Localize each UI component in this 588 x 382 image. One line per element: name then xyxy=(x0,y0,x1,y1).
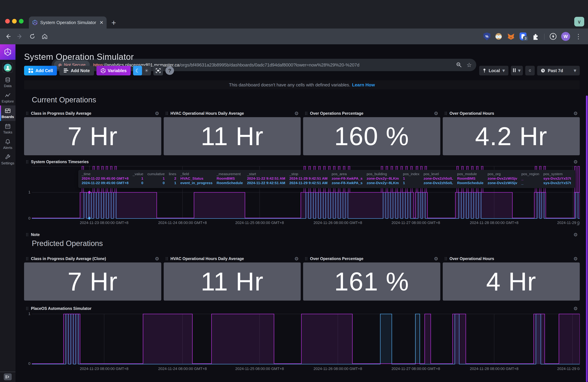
energy-leaf-extension-icon[interactable] xyxy=(549,32,558,41)
stat-cell-title: Over Operational Hours xyxy=(450,111,571,116)
cell-gear-icon[interactable]: ⚙ xyxy=(294,111,299,116)
refresh-icon xyxy=(529,68,531,73)
tooltip-column-header: cumulative xyxy=(147,172,165,176)
tooltip-value: RoomBMS xyxy=(457,176,483,181)
person-glasses-extension-icon[interactable] xyxy=(494,32,503,41)
drag-handle-icon[interactable] xyxy=(445,257,447,260)
tooltip-column-header: _field xyxy=(180,172,212,176)
new-tab-button[interactable]: + xyxy=(111,19,116,26)
drag-handle-icon[interactable] xyxy=(26,160,29,163)
y-axis-tick: 0 xyxy=(26,361,30,366)
refresh-button[interactable] xyxy=(525,66,535,76)
timeseries-plot[interactable]: _time2024-11-22 09:45:00 GMT+82024-11-22… xyxy=(32,166,580,219)
add-cell-button[interactable]: Add Cell xyxy=(24,66,57,76)
drag-handle-icon[interactable] xyxy=(166,112,168,115)
percent-shield-extension-icon[interactable]: % xyxy=(483,32,491,41)
profile-avatar[interactable]: W xyxy=(561,32,570,41)
zoom-window-button[interactable] xyxy=(19,19,23,23)
tooltip-column: pos_areazone-F8-XwkPA_szone-F8-XwkPA_s xyxy=(332,172,362,186)
variables-button[interactable]: Variables xyxy=(96,66,131,76)
close-window-button[interactable] xyxy=(5,19,10,23)
stat-cell-title: Over Operations Percentage xyxy=(310,111,431,116)
stat-value: 4.2 Hr xyxy=(475,121,547,151)
tooltip-column: cumulative10 xyxy=(147,172,165,186)
home-icon[interactable] xyxy=(41,33,48,40)
browser-tab[interactable]: System Operation Simulator | ✕ xyxy=(29,17,106,29)
drag-handle-icon[interactable] xyxy=(305,112,308,115)
help-button[interactable]: ? xyxy=(165,66,174,75)
drag-handle-icon[interactable] xyxy=(26,307,29,310)
tab-close-icon[interactable]: ✕ xyxy=(100,20,104,25)
dark-mode-moon-icon[interactable]: ☾ xyxy=(133,66,142,76)
drag-handle-icon[interactable] xyxy=(26,112,29,115)
extensions-puzzle-icon[interactable] xyxy=(531,32,540,41)
pause-refresh-button[interactable]: ▼ xyxy=(511,66,523,76)
cell-gear-icon[interactable]: ⚙ xyxy=(573,232,578,238)
tooltip-column-header: pos_area xyxy=(332,172,362,176)
tooltip-column: _time2024-11-22 09:45:00 GMT+82024-11-22… xyxy=(82,172,129,186)
tooltip-column-header: _value xyxy=(133,172,143,176)
automations-plot[interactable]: 01 xyxy=(32,312,580,365)
cell-gear-icon[interactable]: ⚙ xyxy=(573,159,578,165)
rail-divider xyxy=(0,372,16,372)
back-icon[interactable] xyxy=(4,33,12,40)
window-chevron-button[interactable]: ∨ xyxy=(574,17,584,26)
cell-gear-icon[interactable]: ⚙ xyxy=(573,256,578,262)
x-axis-tick: 2024-11-27 08:00:00 GMT+8 xyxy=(392,221,440,225)
timezone-dropdown[interactable]: Local ▼ xyxy=(479,66,508,76)
sidebar-item-data[interactable]: Data xyxy=(0,75,16,90)
presentation-mode-button[interactable] xyxy=(153,66,163,76)
influxdb-logo[interactable] xyxy=(0,44,16,60)
cell-gear-icon[interactable]: ⚙ xyxy=(155,256,159,262)
x-axis-tick: 2024-11-24 08:00:00 GMT+8 xyxy=(158,366,207,371)
browser-menu-icon[interactable]: ⋮ xyxy=(574,32,583,41)
sidebar-item-tasks[interactable]: Tasks xyxy=(0,121,16,136)
cell-gear-icon[interactable]: ⚙ xyxy=(434,111,438,116)
cell-gear-icon[interactable]: ⚙ xyxy=(573,306,578,311)
sidebar-item-settings[interactable]: Settings xyxy=(0,152,16,167)
wrench-icon xyxy=(5,154,11,160)
drag-handle-icon[interactable] xyxy=(26,257,29,260)
time-range-dropdown[interactable]: Past 7d ▼ xyxy=(537,66,580,76)
drag-handle-icon[interactable] xyxy=(26,233,29,236)
tooltip-value: 0 xyxy=(133,181,143,185)
cell-gear-icon[interactable]: ⚙ xyxy=(434,256,438,262)
tooltip-column-header: pos_level xyxy=(424,172,453,176)
forward-icon[interactable] xyxy=(16,33,24,40)
learn-how-link[interactable]: Learn How xyxy=(352,82,375,88)
metamask-fox-extension-icon[interactable] xyxy=(506,32,515,41)
y-axis-tick: 1 xyxy=(26,190,30,194)
tooltip-column: _start2024-11-22 9:42:51 AM2024-11-22 9:… xyxy=(247,172,285,186)
reload-icon[interactable] xyxy=(29,33,36,40)
page-scrollbar[interactable] xyxy=(586,96,588,382)
sidebar-item-alerts[interactable]: Alerts xyxy=(0,136,16,152)
stat-body: 4 Hr xyxy=(443,263,580,301)
drag-handle-icon[interactable] xyxy=(305,257,308,260)
x-axis-tick: 2024-11-27 08:00:00 GMT+8 xyxy=(392,366,440,371)
cell-gear-icon[interactable]: ⚙ xyxy=(573,111,578,116)
cell-title: PlaceOS Automations Simulator xyxy=(31,306,571,311)
add-note-button[interactable]: Add Note xyxy=(59,66,94,76)
stat-value: 7 Hr xyxy=(67,121,118,151)
collapse-sidebar-button[interactable] xyxy=(4,373,12,380)
sidebar-item-boards[interactable]: Boards xyxy=(0,105,16,121)
light-mode-sun-icon[interactable]: ☀ xyxy=(142,66,151,76)
stat-value: 11 Hr xyxy=(201,267,264,296)
user-avatar[interactable] xyxy=(2,62,13,73)
sidebar-item-explore[interactable]: Explore xyxy=(0,90,16,105)
shield-badge-extension-icon[interactable]: 3 xyxy=(519,32,527,41)
tooltip-column: _stop2024-11-29 9:42:51 AM2024-11-29 9:4… xyxy=(289,172,328,186)
variables-notice: This dashboard doesn't have any cells wi… xyxy=(24,80,580,89)
tooltip-value: 2024-11-22 9:42:51 AM xyxy=(247,181,285,185)
tooltip-value: 1 xyxy=(169,181,176,185)
cell-resize-handle[interactable] xyxy=(576,222,580,226)
cell-gear-icon[interactable]: ⚙ xyxy=(155,111,159,116)
minimize-window-button[interactable] xyxy=(12,19,17,23)
avatar-person-icon xyxy=(4,64,12,72)
tooltip-value: 1 xyxy=(403,176,420,181)
cell-gear-icon[interactable]: ⚙ xyxy=(294,256,299,262)
tooltip-value: HVAC_Status xyxy=(180,176,212,181)
drag-handle-icon[interactable] xyxy=(166,257,168,260)
nav-rail: DataExploreBoardsTasksAlertsSettings xyxy=(0,44,16,382)
drag-handle-icon[interactable] xyxy=(445,112,447,115)
